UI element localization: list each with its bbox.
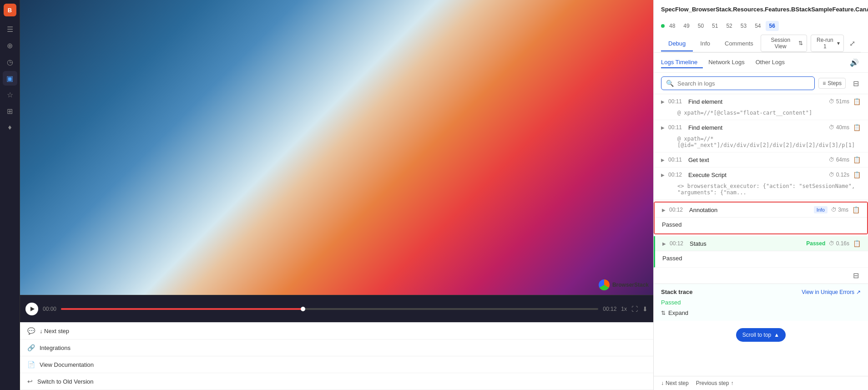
log-sub-tab-network[interactable]: Network Logs xyxy=(703,57,750,68)
num-tab-50[interactable]: 50 xyxy=(694,21,707,31)
log-entry-1-header[interactable]: ▶ 00:11 Find element ⏱ 51ms 📋 xyxy=(654,94,868,109)
menu-item-docs[interactable]: 📄 View Documentation xyxy=(20,356,653,373)
annotation-content: Passed xyxy=(655,217,867,233)
next-step-button[interactable]: ↓ Next step xyxy=(661,380,689,386)
log-sub-tab-timeline[interactable]: Logs Timeline xyxy=(661,57,703,68)
sidebar-icon-star[interactable]: ☆ xyxy=(3,87,17,102)
progress-bar[interactable] xyxy=(61,308,598,310)
arrow-up-icon: ▲ xyxy=(774,332,779,338)
main-content: BrowserStack 00:00 00:12 1x ⛶ ⬇ 💬 ↓ Next… xyxy=(20,0,653,390)
old-version-icon: ↩ xyxy=(27,378,33,385)
log-entry-3: ▶ 00:11 Get text ⏱ 64ms 📋 xyxy=(654,152,868,167)
sidebar-logo[interactable]: B xyxy=(4,4,16,16)
copy-button[interactable]: 📋 xyxy=(853,156,861,163)
log-sub-text: <> browserstack_executor: {"action": "se… xyxy=(654,182,868,199)
tab-controls-row: Debug Info Comments Session View ⇅ Re-ru… xyxy=(661,35,861,52)
speed-button[interactable]: 1x xyxy=(621,306,627,312)
prev-step-button[interactable]: Previous step ↑ xyxy=(696,380,734,386)
log-duration: ⏱ 64ms xyxy=(829,157,849,163)
log-time: 00:11 xyxy=(668,157,685,163)
progress-fill xyxy=(61,308,303,310)
num-tab-53[interactable]: 53 xyxy=(737,21,750,31)
log-entry-4: ▶ 00:12 Execute Script ⏱ 0.12s 📋 <> brow… xyxy=(654,167,868,200)
steps-button[interactable]: ≡ Steps xyxy=(818,78,846,89)
num-tab-48[interactable]: 48 xyxy=(666,21,679,31)
num-tab-51[interactable]: 51 xyxy=(708,21,722,31)
tab-debug[interactable]: Debug xyxy=(661,36,693,51)
integrations-label: Integrations xyxy=(40,344,71,351)
log-entry-4-header[interactable]: ▶ 00:12 Execute Script ⏱ 0.12s 📋 xyxy=(654,167,868,182)
sidebar-icon-clock[interactable]: ◷ xyxy=(3,55,17,69)
copy-button[interactable]: 📋 xyxy=(852,206,860,213)
log-entry-annotation-header[interactable]: ▶ 00:12 Annotation Info ⏱ 3ms 📋 xyxy=(655,203,867,217)
panel-header: SpecFlow_BrowserStack.Resources.Features… xyxy=(654,0,868,53)
status-text: Passed xyxy=(662,255,682,262)
audio-icon[interactable]: 🔊 xyxy=(848,56,861,69)
copy-button[interactable]: 📋 xyxy=(853,98,861,105)
log-sub-text: @ xpath=//*[@class="float-cart__content"… xyxy=(654,109,868,120)
log-entry-2-header[interactable]: ▶ 00:11 Find element ⏱ 40ms 📋 xyxy=(654,120,868,135)
copy-button[interactable]: 📋 xyxy=(853,240,861,247)
num-tab-54[interactable]: 54 xyxy=(751,21,764,31)
passed-badge: Passed xyxy=(806,240,825,247)
log-action: Annotation xyxy=(689,207,810,213)
scroll-to-top-button[interactable]: Scroll to top ▲ xyxy=(736,328,786,342)
status-content: Passed xyxy=(655,251,868,267)
log-entry-3-header[interactable]: ▶ 00:11 Get text ⏱ 64ms 📋 xyxy=(654,152,868,167)
tab-comments[interactable]: Comments xyxy=(717,36,761,51)
session-controls: Session View ⇅ Re-run 1 ▾ ⤢ xyxy=(761,35,861,52)
search-bar: 🔍 ≡ Steps ⊟ xyxy=(654,73,868,94)
logs-area[interactable]: Logs Timeline Network Logs Other Logs 🔊 … xyxy=(654,53,868,376)
view-errors-button[interactable]: View in Unique Errors ↗ xyxy=(802,289,861,295)
copy-button[interactable]: 📋 xyxy=(853,124,861,131)
sidebar-icon-add[interactable]: ⊕ xyxy=(3,38,17,53)
maximize-button[interactable]: ⤢ xyxy=(848,37,857,50)
annotation-text: Passed xyxy=(662,221,681,228)
video-placeholder: BrowserStack xyxy=(20,0,653,295)
feedback-label: ↓ Next step xyxy=(40,328,69,334)
log-entry-status-header[interactable]: ▶ 00:12 Status Passed ⏱ 0.16s 📋 xyxy=(655,236,868,251)
session-view-label: Session View xyxy=(765,37,797,50)
menu-item-integrations[interactable]: 🔗 Integrations xyxy=(20,339,653,356)
search-input-wrap: 🔍 xyxy=(661,76,815,90)
log-duration: ⏱ 0.16s xyxy=(829,240,849,247)
sidebar-icon-layers[interactable]: ⊞ xyxy=(3,104,17,118)
browserstack-logo-text: BrowserStack xyxy=(612,282,649,288)
play-button[interactable] xyxy=(25,303,38,315)
log-action: Status xyxy=(690,240,802,247)
next-step-icon: ↓ xyxy=(661,380,664,386)
integrations-icon: 🔗 xyxy=(27,344,35,351)
log-sub-tab-other[interactable]: Other Logs xyxy=(750,57,790,68)
bottom-menu: 💬 ↓ Next step 🔗 Integrations 📄 View Docu… xyxy=(20,322,653,390)
stack-trace-title: Stack trace xyxy=(661,289,692,295)
filter-button[interactable]: ⊟ xyxy=(851,77,861,90)
num-tab-56[interactable]: 56 xyxy=(766,21,779,31)
search-icon: 🔍 xyxy=(666,80,674,87)
tab-info[interactable]: Info xyxy=(693,36,717,51)
rerun-button[interactable]: Re-run 1 ▾ xyxy=(811,35,844,52)
sidebar-icon-diamond[interactable]: ♦ xyxy=(3,120,17,135)
collapse-button[interactable]: ⊟ xyxy=(851,269,861,282)
panel-bottom-nav: ↓ Next step Previous step ↑ xyxy=(654,376,868,390)
fullscreen-button[interactable]: ⛶ xyxy=(631,305,638,313)
num-tab-52[interactable]: 52 xyxy=(722,21,736,31)
menu-item-old-version[interactable]: ↩ Switch to Old Version xyxy=(20,373,653,390)
log-time: 00:12 xyxy=(669,207,686,213)
log-duration: ⏱ 51ms xyxy=(829,98,849,105)
copy-button[interactable]: 📋 xyxy=(853,171,861,178)
session-view-button[interactable]: Session View ⇅ xyxy=(761,35,807,52)
num-tab-49[interactable]: 49 xyxy=(680,21,693,31)
search-input[interactable] xyxy=(677,80,810,87)
sidebar-icon-grid[interactable]: ▣ xyxy=(3,71,17,86)
log-duration: ⏱ 0.12s xyxy=(829,172,849,178)
menu-item-feedback[interactable]: 💬 ↓ Next step xyxy=(20,323,653,339)
chevron-icon: ▶ xyxy=(661,125,665,130)
log-time: 00:12 xyxy=(670,240,686,247)
browserstack-logo-icon xyxy=(599,279,610,290)
download-button[interactable]: ⬇ xyxy=(642,305,648,313)
expand-row[interactable]: ⇅ Expand xyxy=(661,309,861,316)
chevron-icon: ▶ xyxy=(661,172,665,177)
sidebar-icon-menu[interactable]: ☰ xyxy=(3,22,17,36)
time-start: 00:00 xyxy=(43,306,56,312)
panel-title: SpecFlow_BrowserStack.Resources.Features… xyxy=(661,5,868,14)
